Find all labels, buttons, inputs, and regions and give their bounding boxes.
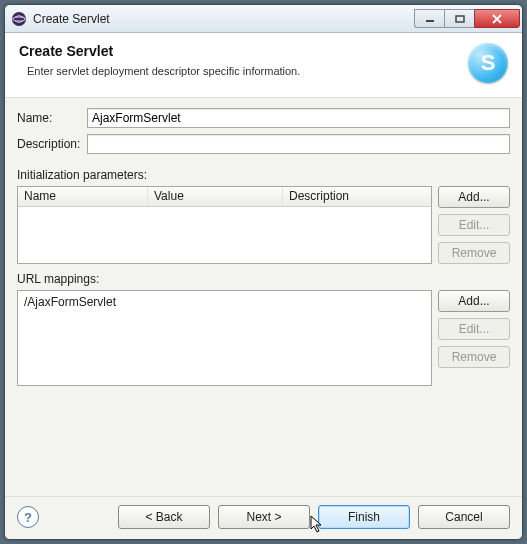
wizard-footer: ? < Back Next > Finish Cancel [5, 496, 522, 539]
description-input[interactable] [87, 134, 510, 154]
params-add-button[interactable]: Add... [438, 186, 510, 208]
col-value[interactable]: Value [148, 187, 283, 206]
next-button[interactable]: Next > [218, 505, 310, 529]
url-mappings-label: URL mappings: [17, 272, 510, 286]
description-label: Description: [17, 137, 87, 151]
col-name[interactable]: Name [18, 187, 148, 206]
svg-rect-2 [426, 20, 434, 22]
cancel-button[interactable]: Cancel [418, 505, 510, 529]
init-params-buttons: Add... Edit... Remove [438, 186, 510, 264]
wizard-body: Name: Description: Initialization parame… [5, 98, 522, 496]
description-row: Description: [17, 134, 510, 154]
window-title: Create Servlet [33, 12, 414, 26]
init-params-label: Initialization parameters: [17, 168, 510, 182]
init-params-table[interactable]: Name Value Description [17, 186, 432, 264]
params-edit-button: Edit... [438, 214, 510, 236]
header-text: Create Servlet Enter servlet deployment … [19, 43, 458, 77]
url-remove-button: Remove [438, 346, 510, 368]
close-icon [491, 14, 503, 24]
col-description[interactable]: Description [283, 187, 431, 206]
params-remove-button: Remove [438, 242, 510, 264]
window-controls [414, 9, 520, 28]
url-mappings-area: /AjaxFormServlet Add... Edit... Remove [17, 290, 510, 386]
url-mappings-buttons: Add... Edit... Remove [438, 290, 510, 368]
url-add-button[interactable]: Add... [438, 290, 510, 312]
table-header: Name Value Description [18, 187, 431, 207]
minimize-icon [425, 15, 435, 23]
titlebar[interactable]: Create Servlet [5, 5, 522, 33]
wizard-header: Create Servlet Enter servlet deployment … [5, 33, 522, 98]
page-title: Create Servlet [19, 43, 458, 59]
maximize-button[interactable] [444, 9, 474, 28]
svg-rect-3 [456, 16, 464, 22]
close-button[interactable] [474, 9, 520, 28]
svg-point-0 [12, 12, 26, 26]
maximize-icon [455, 15, 465, 23]
table-body[interactable] [18, 207, 431, 263]
page-subtitle: Enter servlet deployment descriptor spec… [27, 65, 458, 77]
init-params-area: Name Value Description Add... Edit... Re… [17, 186, 510, 264]
name-input[interactable] [87, 108, 510, 128]
servlet-icon: S [468, 43, 508, 83]
finish-button[interactable]: Finish [318, 505, 410, 529]
help-icon[interactable]: ? [17, 506, 39, 528]
url-edit-button: Edit... [438, 318, 510, 340]
name-label: Name: [17, 111, 87, 125]
list-item[interactable]: /AjaxFormServlet [24, 295, 425, 309]
servlet-icon-letter: S [481, 50, 496, 76]
url-mappings-list[interactable]: /AjaxFormServlet [17, 290, 432, 386]
name-row: Name: [17, 108, 510, 128]
back-button[interactable]: < Back [118, 505, 210, 529]
dialog-window: Create Servlet Create Servlet Enter serv… [4, 4, 523, 540]
minimize-button[interactable] [414, 9, 444, 28]
eclipse-icon [11, 11, 27, 27]
